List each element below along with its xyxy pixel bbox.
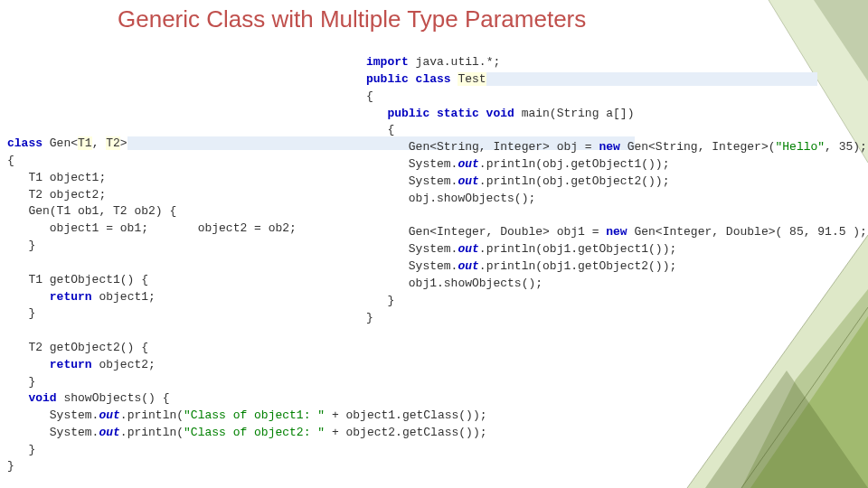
svg-marker-3	[750, 316, 868, 488]
code-block-test-class: import java.util.*; public class Test { …	[366, 54, 863, 327]
slide-title: Generic Class with Multiple Type Paramet…	[118, 5, 586, 33]
code-block-gen-class: class Gen<T1, T2> { T1 object1; T2 objec…	[7, 136, 342, 391]
code-block-showobjects: void showObjects() { System.out.println(…	[7, 390, 396, 475]
svg-marker-5	[705, 371, 868, 488]
